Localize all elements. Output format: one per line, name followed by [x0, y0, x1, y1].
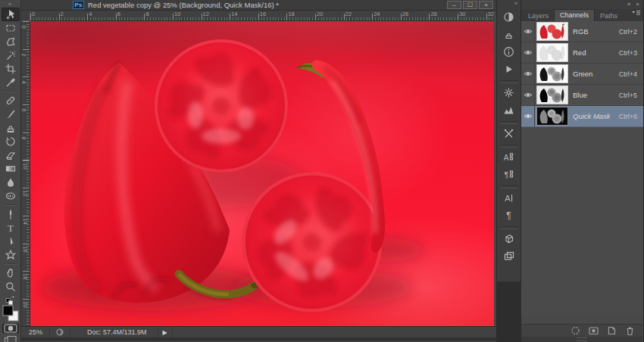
- dock-separator: [501, 185, 517, 188]
- tab-paths[interactable]: Paths: [595, 11, 623, 21]
- status-icon: [50, 327, 70, 337]
- channel-shortcut: Ctrl+6: [619, 113, 637, 120]
- adjustments-icon[interactable]: [499, 9, 519, 25]
- collapse-panels-icon[interactable]: «: [627, 1, 630, 8]
- paragraph-styles-icon[interactable]: ¶: [499, 166, 519, 182]
- channels-panel-empty-area: [521, 127, 643, 316]
- zoom-level-field[interactable]: 25%: [21, 327, 50, 337]
- channel-row-blue[interactable]: Blue Ctrl+5: [521, 85, 643, 106]
- lasso-tool-button[interactable]: [2, 35, 20, 48]
- eyedropper-tool-button[interactable]: [2, 76, 20, 89]
- foreground-background-swatches[interactable]: [2, 305, 19, 322]
- channel-thumbnail: [537, 86, 567, 104]
- photoshop-window: »: [0, 0, 644, 342]
- history-brush-tool-button[interactable]: [2, 135, 20, 148]
- visibility-eye-icon[interactable]: [521, 42, 535, 63]
- save-selection-as-channel-icon[interactable]: [588, 325, 599, 336]
- ruler-label: 14: [22, 218, 29, 224]
- custom-shape-tool-button[interactable]: [2, 248, 20, 262]
- hand-tool-button[interactable]: [2, 266, 20, 280]
- 3d-panel-icon[interactable]: [499, 231, 519, 247]
- magic-wand-tool-button[interactable]: [2, 48, 20, 62]
- ruler-origin-corner[interactable]: [21, 11, 30, 21]
- ruler-label: 4: [89, 11, 92, 17]
- channel-row-red[interactable]: Red Ctrl+3: [521, 42, 643, 64]
- quick-mask-mode-button[interactable]: [2, 324, 19, 333]
- photoshop-app-icon: Ps: [73, 1, 84, 9]
- brush-tool-button[interactable]: [2, 107, 20, 121]
- sponge-tool-button[interactable]: [2, 189, 20, 203]
- document-title-bar[interactable]: Ps Red vegetable copy @ 25% (Background,…: [21, 0, 496, 11]
- styles-icon[interactable]: [499, 85, 519, 101]
- zoom-icon: [5, 281, 17, 293]
- doc-size-readout[interactable]: Doc: 57.4M/131.9M: [70, 327, 158, 337]
- character-styles-icon[interactable]: A: [499, 149, 519, 165]
- minimize-button[interactable]: –: [447, 1, 461, 9]
- visibility-eye-icon[interactable]: [521, 64, 535, 84]
- ruler-label: 18: [288, 11, 294, 17]
- move-tool-icon: [5, 8, 17, 20]
- ruler-label: 26: [402, 11, 408, 17]
- crop-tool-button[interactable]: [2, 62, 20, 76]
- panel-menu-icon[interactable]: [631, 5, 641, 19]
- ruler-label: 18: [22, 274, 29, 280]
- paragraph-panel-icon[interactable]: ¶: [499, 207, 519, 223]
- maximize-button[interactable]: ☐: [463, 1, 477, 9]
- zoom-tool-button[interactable]: [2, 280, 20, 294]
- clone-source-icon[interactable]: [499, 26, 519, 42]
- load-channel-as-selection-icon[interactable]: [570, 325, 581, 336]
- panel-resize-grip[interactable]: [521, 337, 642, 342]
- eraser-tool-button[interactable]: [2, 148, 20, 162]
- delete-current-channel-icon[interactable]: [624, 325, 636, 336]
- layer-comps-icon[interactable]: [499, 248, 519, 264]
- channel-row-rgb[interactable]: RGB Ctrl+2: [521, 21, 643, 42]
- histogram-icon[interactable]: [499, 102, 519, 118]
- tab-layers[interactable]: Layers: [523, 11, 554, 21]
- info-icon[interactable]: [499, 44, 519, 60]
- toolbar-separator: [4, 263, 17, 265]
- clone-stamp-tool-button[interactable]: [2, 121, 20, 135]
- tool-presets-icon[interactable]: [499, 126, 519, 141]
- actions-icon[interactable]: [499, 61, 519, 77]
- spot-healing-brush-tool-button[interactable]: [2, 94, 20, 107]
- default-colors-icon[interactable]: [5, 295, 16, 305]
- window-controls: – ☐ ×: [447, 1, 493, 9]
- rectangular-marquee-tool-button[interactable]: [2, 21, 20, 35]
- channel-label: Blue: [573, 91, 619, 99]
- ruler-major-ticks: [23, 21, 30, 326]
- window-bottom-edge: [21, 337, 496, 342]
- ruler-label: 0: [21, 25, 27, 28]
- blur-tool-button[interactable]: [2, 176, 20, 189]
- path-selection-tool-button[interactable]: [2, 235, 20, 248]
- ruler-label: 6: [21, 109, 27, 112]
- gradient-tool-button[interactable]: [2, 162, 20, 176]
- ruler-label: 2: [21, 53, 27, 56]
- close-button[interactable]: ×: [479, 1, 493, 9]
- create-new-channel-icon[interactable]: [606, 325, 617, 336]
- character-panel-icon[interactable]: A: [499, 190, 519, 206]
- document-canvas[interactable]: [30, 21, 494, 326]
- status-flyout-arrow[interactable]: ▶: [158, 327, 173, 337]
- screen-mode-button[interactable]: [2, 335, 19, 342]
- status-bar: 25% Doc: 57.4M/131.9M ▶: [21, 326, 496, 337]
- panel-tabs: Layers Channels Paths: [521, 9, 643, 21]
- visibility-eye-icon[interactable]: [521, 85, 535, 105]
- horizontal-ruler[interactable]: 02468101214161820222426283032: [30, 11, 494, 21]
- tab-channels[interactable]: Channels: [554, 9, 595, 21]
- visibility-eye-icon[interactable]: [521, 21, 535, 42]
- ruler-label: 8: [21, 136, 27, 139]
- move-tool-button[interactable]: [2, 8, 20, 21]
- type-tool-button[interactable]: T: [2, 221, 20, 235]
- pen-tool-button[interactable]: [2, 207, 20, 221]
- spot-healing-brush-icon: [5, 95, 17, 107]
- ruler-label: 20: [22, 301, 29, 307]
- channel-row-quick-mask[interactable]: Quick Mask Ctrl+6: [521, 106, 643, 127]
- dock-expand-icon[interactable]: »: [514, 0, 518, 8]
- hand-icon: [5, 267, 17, 279]
- vertical-ruler[interactable]: 02468101214161820: [21, 21, 30, 326]
- dock-separator: [501, 121, 517, 124]
- channel-row-green[interactable]: Green Ctrl+4: [521, 64, 643, 85]
- visibility-eye-icon[interactable]: [521, 106, 535, 126]
- svg-text:¶: ¶: [505, 171, 508, 179]
- tools-collapse-icon[interactable]: »: [8, 1, 12, 8]
